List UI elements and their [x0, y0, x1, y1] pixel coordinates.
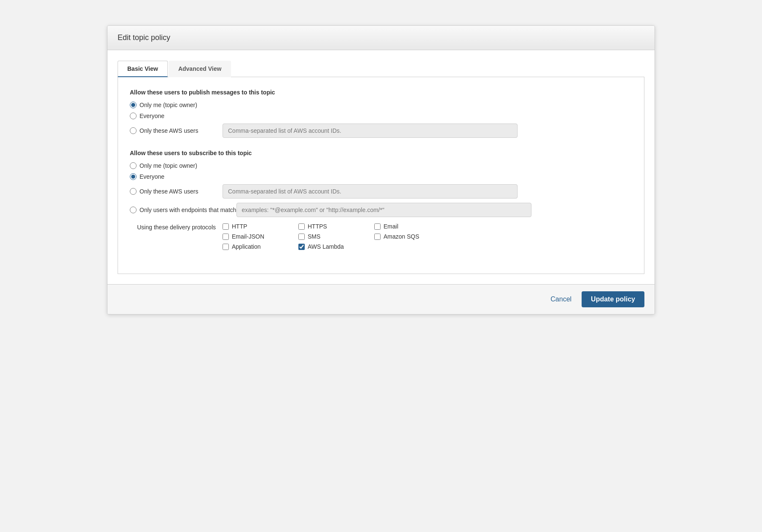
dialog-footer: Cancel Update policy	[107, 284, 655, 314]
publish-option-me-row: Only me (topic owner)	[130, 102, 632, 108]
protocol-amazon-sqs-label[interactable]: Amazon SQS	[384, 233, 419, 240]
protocol-email-json-label[interactable]: Email-JSON	[232, 233, 264, 240]
subscribe-section: Allow these users to subscribe to this t…	[130, 150, 632, 250]
protocol-application-checkbox[interactable]	[223, 244, 229, 250]
protocol-aws-lambda-checkbox[interactable]	[298, 244, 305, 250]
publish-section-title: Allow these users to publish messages to…	[130, 89, 632, 96]
publish-option-aws-label[interactable]: Only these AWS users	[130, 127, 223, 134]
protocol-http: HTTP	[223, 223, 298, 230]
protocol-amazon-sqs-checkbox[interactable]	[374, 234, 381, 240]
publish-aws-users-input[interactable]	[223, 124, 518, 138]
update-policy-button[interactable]: Update policy	[582, 291, 644, 307]
protocol-aws-lambda-label[interactable]: AWS Lambda	[308, 243, 344, 250]
subscribe-section-title: Allow these users to subscribe to this t…	[130, 150, 632, 156]
subscribe-radio-me[interactable]	[130, 162, 137, 169]
subscribe-option-me-row: Only me (topic owner)	[130, 162, 632, 169]
protocol-amazon-sqs: Amazon SQS	[374, 233, 450, 240]
subscribe-endpoint-input[interactable]	[236, 203, 531, 217]
protocol-http-checkbox[interactable]	[223, 223, 229, 230]
protocol-email: Email	[374, 223, 450, 230]
subscribe-radio-endpoint[interactable]	[130, 207, 137, 213]
subscribe-radio-everyone[interactable]	[130, 173, 137, 180]
dialog-title: Edit topic policy	[118, 33, 644, 42]
publish-option-everyone-label[interactable]: Everyone	[130, 113, 223, 119]
publish-option-everyone-row: Everyone	[130, 113, 632, 119]
subscribe-option-everyone-label[interactable]: Everyone	[130, 173, 223, 180]
basic-view-content: Allow these users to publish messages to…	[118, 77, 644, 274]
publish-radio-aws[interactable]	[130, 127, 137, 134]
protocol-https: HTTPS	[298, 223, 374, 230]
subscribe-aws-users-input[interactable]	[223, 184, 518, 199]
protocol-sms-checkbox[interactable]	[298, 234, 305, 240]
dialog-header: Edit topic policy	[107, 26, 655, 50]
protocol-email-checkbox[interactable]	[374, 223, 381, 230]
tabs-container: Basic View Advanced View	[118, 60, 644, 77]
subscribe-endpoint-label[interactable]: Only users with endpoints that match	[130, 207, 236, 213]
publish-section: Allow these users to publish messages to…	[130, 89, 632, 138]
protocol-https-checkbox[interactable]	[298, 223, 305, 230]
subscribe-option-aws-row: Only these AWS users	[130, 184, 632, 199]
delivery-protocols-label: Using these delivery protocols	[130, 223, 223, 231]
protocols-grid: HTTP HTTPS Email Email-JSON	[223, 223, 450, 250]
protocol-application: Application	[223, 243, 298, 250]
publish-radio-everyone[interactable]	[130, 113, 137, 119]
subscribe-option-aws-label[interactable]: Only these AWS users	[130, 188, 223, 195]
protocol-email-json-checkbox[interactable]	[223, 234, 229, 240]
protocol-https-label[interactable]: HTTPS	[308, 223, 327, 230]
delivery-protocols-row: Using these delivery protocols HTTP HTTP…	[130, 223, 632, 250]
cancel-button[interactable]: Cancel	[545, 292, 577, 306]
subscribe-endpoint-row: Only users with endpoints that match	[130, 203, 632, 217]
protocol-sms: SMS	[298, 233, 374, 240]
protocol-aws-lambda: AWS Lambda	[298, 243, 374, 250]
protocol-sms-label[interactable]: SMS	[308, 233, 320, 240]
subscribe-radio-aws[interactable]	[130, 188, 137, 195]
dialog-body: Basic View Advanced View Allow these use…	[107, 50, 655, 274]
protocol-email-json: Email-JSON	[223, 233, 298, 240]
subscribe-option-everyone-row: Everyone	[130, 173, 632, 180]
protocol-application-label[interactable]: Application	[232, 243, 261, 250]
tab-advanced-view[interactable]: Advanced View	[169, 61, 231, 77]
publish-radio-me[interactable]	[130, 102, 137, 108]
protocol-email-label[interactable]: Email	[384, 223, 398, 230]
tab-basic-view[interactable]: Basic View	[118, 61, 168, 77]
edit-topic-policy-dialog: Edit topic policy Basic View Advanced Vi…	[107, 25, 655, 314]
publish-option-me-label[interactable]: Only me (topic owner)	[130, 102, 223, 108]
protocol-http-label[interactable]: HTTP	[232, 223, 247, 230]
subscribe-option-me-label[interactable]: Only me (topic owner)	[130, 162, 223, 169]
publish-option-aws-row: Only these AWS users	[130, 124, 632, 138]
